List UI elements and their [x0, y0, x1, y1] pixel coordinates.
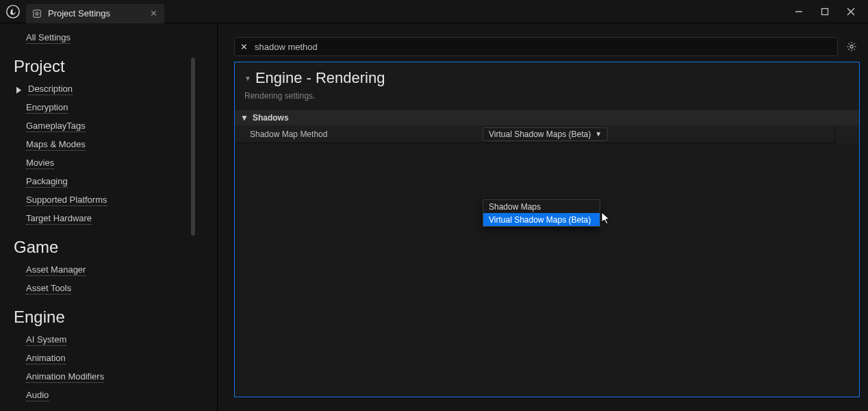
- dropdown-popup: Shadow Maps Virtual Shadow Maps (Beta): [483, 199, 600, 227]
- sidebar-item-movies[interactable]: Movies: [26, 158, 54, 169]
- svg-rect-1: [34, 10, 41, 17]
- window-controls: [794, 7, 868, 16]
- tab-close-icon[interactable]: ✕: [150, 8, 157, 18]
- sidebar: All Settings Project ▶Description Encryp…: [0, 23, 218, 411]
- settings-panel: ▼ Engine - Rendering Rendering settings.…: [234, 62, 860, 397]
- sidebar-item-maps-modes[interactable]: Maps & Modes: [26, 139, 86, 151]
- sidebar-item-description[interactable]: Description: [28, 84, 73, 95]
- panel-subtitle: Rendering settings.: [244, 91, 850, 101]
- app-logo-icon: [3, 1, 23, 22]
- sidebar-item-animation-modifiers[interactable]: Animation Modifiers: [26, 371, 104, 383]
- close-window-icon[interactable]: [846, 7, 856, 16]
- sidebar-all-settings[interactable]: All Settings: [26, 32, 71, 44]
- sidebar-item-gameplaytags[interactable]: GameplayTags: [26, 121, 86, 132]
- sidebar-item-target-hardware[interactable]: Target Hardware: [26, 213, 92, 225]
- dropdown-option-shadow-maps[interactable]: Shadow Maps: [483, 200, 600, 213]
- settings-box-icon: [31, 8, 42, 19]
- property-row-shadow-map-method: Shadow Map Method Virtual Shadow Maps (B…: [235, 125, 859, 143]
- sidebar-item-ai-system[interactable]: AI System: [26, 334, 66, 346]
- property-label: Shadow Map Method: [235, 129, 483, 139]
- tab-project-settings[interactable]: Project Settings ✕: [26, 4, 164, 23]
- content-area: ✕ shadow method ▼ Engine - Rendering Ren…: [218, 23, 868, 411]
- sidebar-item-packaging[interactable]: Packaging: [26, 176, 68, 188]
- collapse-panel-icon[interactable]: ▼: [244, 75, 251, 82]
- category-label: Shadows: [253, 113, 289, 123]
- search-value: shadow method: [255, 42, 318, 52]
- search-input[interactable]: ✕ shadow method: [234, 37, 838, 56]
- sidebar-scrollbar[interactable]: [191, 58, 195, 236]
- chevron-down-icon: ▼: [595, 130, 602, 138]
- minimize-icon[interactable]: [794, 7, 804, 16]
- category-shadows[interactable]: ▼ Shadows: [235, 110, 859, 125]
- sidebar-item-animation[interactable]: Animation: [26, 353, 66, 364]
- sidebar-item-supported-platforms[interactable]: Supported Platforms: [26, 195, 107, 206]
- sidebar-item-audio[interactable]: Audio: [26, 390, 49, 401]
- sidebar-section-game: Game: [14, 238, 217, 257]
- dropdown-selected-value: Virtual Shadow Maps (Beta): [489, 129, 591, 139]
- svg-point-2: [36, 12, 38, 15]
- expand-icon[interactable]: ▶: [16, 85, 21, 95]
- mouse-cursor-icon: [601, 212, 612, 227]
- collapse-category-icon[interactable]: ▼: [240, 113, 248, 123]
- sidebar-section-engine: Engine: [14, 308, 217, 327]
- sidebar-item-encryption[interactable]: Encryption: [26, 102, 68, 114]
- svg-rect-4: [822, 8, 828, 14]
- sidebar-section-project: Project: [14, 57, 217, 76]
- svg-point-0: [7, 5, 19, 17]
- dropdown-option-virtual-shadow-maps[interactable]: Virtual Shadow Maps (Beta): [483, 213, 600, 226]
- settings-gear-icon[interactable]: [843, 38, 860, 55]
- shadow-map-method-dropdown[interactable]: Virtual Shadow Maps (Beta) ▼: [483, 127, 608, 141]
- panel-title: Engine - Rendering: [255, 69, 385, 87]
- sidebar-item-asset-manager[interactable]: Asset Manager: [26, 264, 86, 276]
- svg-point-7: [850, 45, 853, 48]
- clear-search-icon[interactable]: ✕: [240, 42, 248, 52]
- titlebar-left: Project Settings ✕: [0, 0, 164, 23]
- tab-title: Project Settings: [48, 8, 110, 18]
- reset-to-default-slot: [834, 125, 859, 143]
- titlebar: Project Settings ✕: [0, 0, 868, 23]
- sidebar-item-asset-tools[interactable]: Asset Tools: [26, 283, 71, 295]
- maximize-icon[interactable]: [820, 7, 830, 16]
